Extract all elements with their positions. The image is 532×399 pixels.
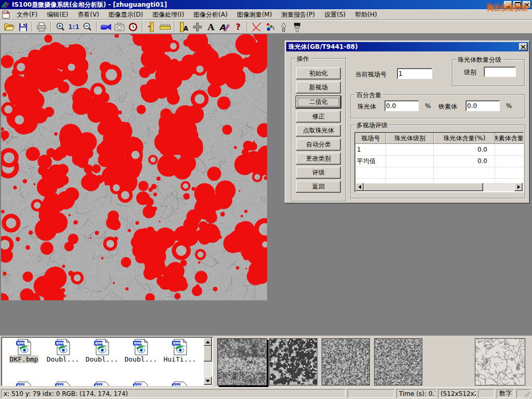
level-input[interactable] [484, 66, 516, 77]
thumbnail-1[interactable] [217, 338, 267, 385]
menu-measure-report[interactable]: 测量报告(P) [277, 9, 320, 20]
zoom-out-icon[interactable] [81, 21, 94, 33]
help-icon[interactable]: ? [231, 21, 245, 33]
file-item[interactable]: BMP HuiTi... [161, 339, 198, 363]
particle-count-icon[interactable]: 3 [263, 21, 277, 33]
file-item[interactable]: BMP [5, 381, 43, 386]
col-pearlite-content[interactable]: 珠光体含量(%) [434, 133, 495, 144]
file-item[interactable]: BMP [44, 381, 82, 386]
binarize-button[interactable]: 二值化 [296, 96, 341, 108]
brush-tool-icon[interactable] [290, 21, 304, 33]
scroll-thumb[interactable] [204, 346, 212, 362]
return-button[interactable]: 返回 [296, 181, 341, 193]
table-row[interactable]: 1 0.0 [355, 144, 524, 156]
new-field-button[interactable]: 新视场 [296, 82, 341, 94]
scroll-right-icon[interactable] [514, 183, 523, 191]
dialog-title-bar[interactable]: 珠光体(GB/T9441-88) [286, 42, 528, 51]
file-name[interactable]: DKF.bmp [9, 355, 39, 363]
timer-icon[interactable] [126, 21, 140, 33]
scroll-thumb[interactable] [364, 183, 483, 191]
time-status: Time (s): 0.113 [396, 389, 436, 398]
file-item[interactable]: BMP [122, 381, 159, 386]
col-ferrite-content[interactable]: 铁素体含量(%) [495, 133, 524, 144]
print-icon[interactable] [35, 21, 48, 33]
current-field-input[interactable] [397, 68, 432, 79]
file-name[interactable]: Doubl... [46, 355, 80, 363]
file-item[interactable]: BMP Doubl... [44, 339, 82, 363]
auto-classify-button[interactable]: 自动分类 [296, 139, 341, 151]
table-h-scrollbar[interactable] [355, 183, 523, 191]
level-label: 级别 [464, 68, 476, 77]
menu-bar: DOC 文件(F) 编辑(E) 查看(V) 图像显示(D) 图像处理(I) 图像… [0, 9, 532, 20]
close-button[interactable] [523, 1, 531, 8]
menu-image-processing[interactable]: 图像处理(I) [148, 9, 189, 20]
ferrite-percent-input[interactable] [466, 100, 500, 111]
edit-annotation-icon[interactable]: A [218, 21, 231, 33]
status-blank [348, 389, 394, 398]
cell-ferrite-content [495, 155, 524, 167]
table-row[interactable]: 平均值 0.0 [355, 155, 524, 167]
change-class-button[interactable]: 更改类别 [296, 153, 341, 165]
maximize-button[interactable] [513, 1, 522, 8]
col-pearlite-grade[interactable]: 珠光体级别 [386, 133, 434, 144]
menu-settings[interactable]: 设置(S) [320, 9, 350, 20]
caliper-icon[interactable] [145, 21, 158, 33]
child-document-icon[interactable]: DOC [2, 10, 10, 19]
thumbnail-3[interactable] [322, 338, 370, 385]
pick-pearlite-button[interactable]: 点取珠光体 [296, 125, 341, 137]
bmp-file-icon: BMP [15, 339, 33, 355]
cell-field-number: 平均值 [355, 155, 386, 167]
zoom-in-icon[interactable] [54, 21, 67, 33]
col-field-number[interactable]: 视场号 [355, 133, 386, 144]
scroll-up-icon[interactable] [204, 338, 212, 346]
pearlite-percent-input[interactable] [384, 100, 419, 111]
open-file-icon[interactable] [3, 21, 16, 33]
file-browser[interactable]: BMP DKF.bmp BMP Doubl... BMP Doubl... BM… [1, 337, 213, 386]
menu-file[interactable]: 文件(F) [12, 9, 42, 20]
ruler-icon[interactable] [158, 21, 172, 33]
menu-image-analysis[interactable]: 图像分析(A) [189, 9, 232, 20]
scroll-left-icon[interactable] [355, 183, 364, 191]
rate-button[interactable]: 评级 [296, 167, 341, 179]
toolbar-separator [32, 22, 33, 32]
thumbnail-2[interactable] [269, 338, 317, 385]
bmp-file-icon: BMP [54, 339, 72, 355]
file-name[interactable]: Doubl... [124, 355, 158, 363]
file-item[interactable]: BMP [83, 381, 121, 386]
bmp-file-icon: BMP [171, 339, 189, 355]
dialog-close-icon[interactable] [519, 43, 527, 50]
file-item[interactable]: BMP Doubl... [83, 339, 121, 363]
title-bar: IS100显微摄像系统(金相分析版) - [zhuguangti01] [0, 0, 532, 9]
measure-text-icon[interactable]: A [177, 21, 191, 33]
menu-view[interactable]: 查看(V) [73, 9, 104, 20]
specimen-image[interactable] [1, 34, 267, 300]
file-item[interactable]: BMP Doubl... [122, 339, 159, 363]
menu-image-display[interactable]: 图像显示(D) [104, 9, 148, 20]
save-icon[interactable] [16, 21, 30, 33]
file-item[interactable]: BMP DKF.bmp [5, 339, 43, 363]
mode-status: 数字 [497, 389, 514, 398]
menu-edit[interactable]: 编辑(E) [42, 9, 73, 20]
file-name[interactable]: Doubl... [85, 355, 119, 363]
file-list-scrollbar[interactable] [204, 338, 212, 385]
text-icon[interactable]: A [204, 21, 218, 33]
actual-size-icon[interactable]: 1:1 [67, 21, 81, 33]
scroll-down-icon[interactable] [204, 377, 212, 385]
initialize-button[interactable]: 初始化 [296, 68, 341, 79]
thumbnail-4[interactable] [374, 338, 422, 385]
menu-image-measure[interactable]: 图像测量(M) [232, 9, 277, 20]
curve-tool-icon[interactable] [250, 21, 263, 33]
pearlite-label: 珠光体 [357, 102, 376, 111]
menu-help[interactable]: 帮助(H) [350, 9, 381, 20]
minimize-button[interactable] [504, 1, 512, 8]
resize-grip[interactable] [525, 392, 531, 398]
correct-button[interactable]: 修正 [296, 111, 341, 123]
thumbnail-5[interactable] [475, 338, 525, 385]
file-name[interactable]: HuiTi... [163, 355, 197, 363]
file-item[interactable]: BMP [161, 381, 198, 386]
move-icon[interactable] [191, 21, 204, 33]
pen-tool-icon[interactable] [277, 21, 290, 33]
snapshot-icon[interactable] [113, 21, 126, 33]
multi-field-table[interactable]: 视场号 珠光体级别 珠光体含量(%) 铁素体含量(%) 1 0.0 平均值 0.… [354, 132, 524, 192]
video-capture-icon[interactable] [99, 21, 113, 33]
